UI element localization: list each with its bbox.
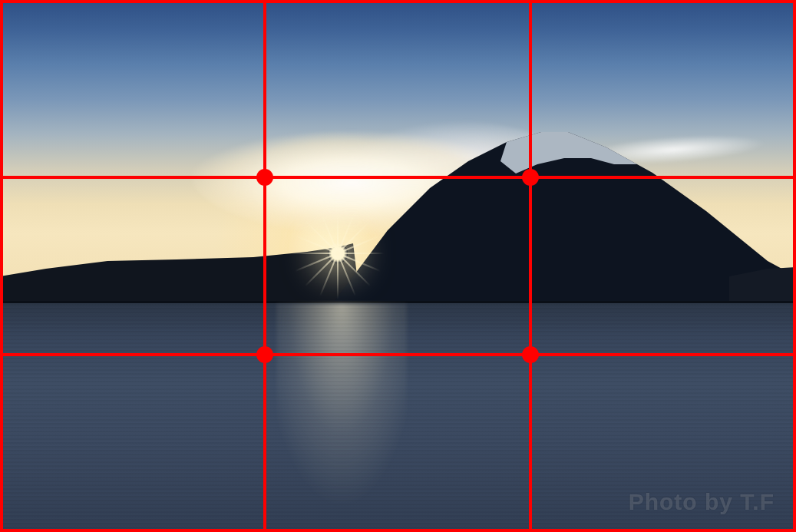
grid-line-vertical-2: [529, 0, 532, 532]
grid-intersection-bottom-left: [256, 346, 273, 363]
grid-line-vertical-1: [263, 0, 266, 532]
photo-scene: Photo by T.F: [0, 0, 796, 532]
grid-line-horizontal-1: [0, 176, 796, 179]
grid-line-horizontal-2: [0, 353, 796, 356]
grid-intersection-top-right: [522, 169, 539, 186]
grid-intersection-bottom-right: [522, 346, 539, 363]
grid-intersection-top-left: [256, 169, 273, 186]
watermark-text: Photo by T.F: [629, 489, 775, 515]
